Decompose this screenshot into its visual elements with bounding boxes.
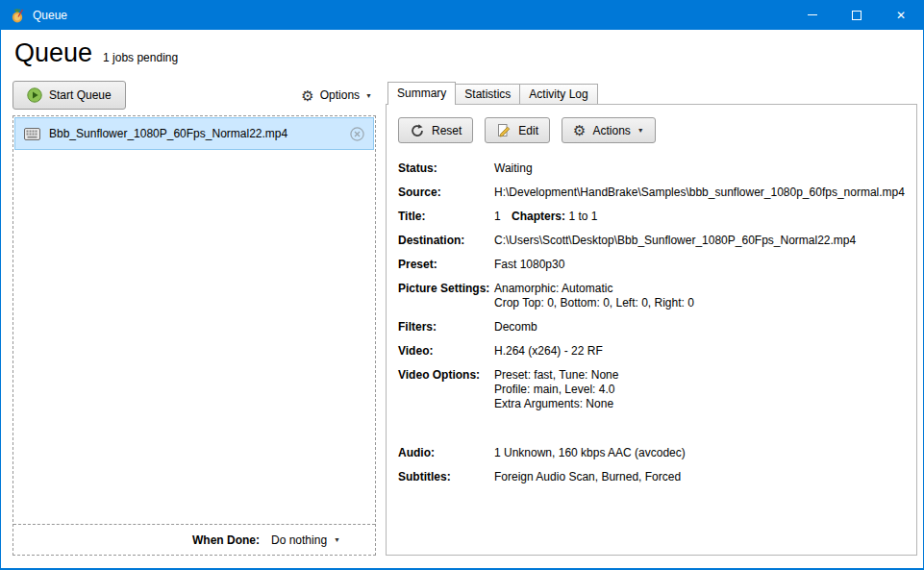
picture-settings-line2: Crop Top: 0, Bottom: 0, Left: 0, Right: … <box>494 296 694 310</box>
window-title: Queue <box>33 9 67 22</box>
title-label: Title: <box>398 210 494 224</box>
video-options-label: Video Options: <box>398 368 494 411</box>
destination-label: Destination: <box>398 234 494 248</box>
subtitles-value: Foreign Audio Scan, Burned, Forced <box>494 470 681 484</box>
summary-details: Status: Waiting Source: H:\Development\H… <box>398 161 905 484</box>
source-value: H:\Development\HandBrake\Samples\bbb_sun… <box>494 186 905 200</box>
chapters-label: Chapters: <box>512 210 565 223</box>
edit-button[interactable]: Edit <box>485 117 550 143</box>
summary-row-video-options: Video Options: Preset: fast, Tune: None … <box>398 368 905 411</box>
filters-value: Decomb <box>494 320 537 335</box>
video-label: Video: <box>398 344 494 359</box>
page-header: Queue 1 jobs pending <box>12 38 912 68</box>
chapters-value: 1 to 1 <box>568 210 597 223</box>
edit-label: Edit <box>518 124 538 137</box>
queue-item-filename: Bbb_Sunflower_1080P_60Fps_Normal22.mp4 <box>49 127 287 140</box>
video-options-line2: Profile: main, Level: 4.0 <box>494 383 618 397</box>
content-area: Queue 1 jobs pending Start Queue <box>1 30 923 568</box>
tab-activity-log[interactable]: Activity Log <box>519 84 597 104</box>
status-label: Status: <box>398 161 494 176</box>
video-value: H.264 (x264) - 22 RF <box>494 344 603 359</box>
play-icon <box>27 87 42 103</box>
audio-label: Audio: <box>398 446 494 460</box>
start-queue-label: Start Queue <box>49 88 112 102</box>
chevron-down-icon: ▼ <box>334 536 340 543</box>
summary-row-source: Source: H:\Development\HandBrake\Samples… <box>398 186 905 200</box>
actions-label: Actions <box>593 124 631 137</box>
jobs-pending-label: 1 jobs pending <box>103 51 178 64</box>
summary-toolbar: Reset Edit ⚙ <box>398 117 905 143</box>
status-value: Waiting <box>494 161 533 176</box>
reset-label: Reset <box>432 124 462 137</box>
title-value: 1 Chapters: 1 to 1 <box>494 210 597 224</box>
actions-button[interactable]: ⚙ Actions ▼ <box>562 117 656 143</box>
options-button[interactable]: ⚙ Options ▼ <box>297 88 376 103</box>
summary-row-subtitles: Subtitles: Foreign Audio Scan, Burned, F… <box>398 470 905 484</box>
title-number: 1 <box>494 210 501 223</box>
chevron-down-icon: ▼ <box>365 92 372 99</box>
destination-value: C:\Users\Scott\Desktop\Bbb_Sunflower_108… <box>494 234 856 248</box>
when-done-label: When Done: <box>192 533 260 547</box>
queue-list: Bbb_Sunflower_1080P_60Fps_Normal22.mp4 <box>13 116 375 524</box>
summary-row-video: Video: H.264 (x264) - 22 RF <box>398 344 905 359</box>
summary-row-status: Status: Waiting <box>398 161 905 176</box>
video-file-icon <box>24 128 40 140</box>
queue-list-box: Bbb_Sunflower_1080P_60Fps_Normal22.mp4 W… <box>12 115 376 556</box>
queue-toolbar: Start Queue ⚙ Options ▼ <box>12 81 376 110</box>
summary-row-picture-settings: Picture Settings: Anamorphic: Automatic … <box>398 282 905 310</box>
summary-row-filters: Filters: Decomb <box>398 320 905 335</box>
preset-value: Fast 1080p30 <box>494 258 564 272</box>
page-title: Queue <box>14 38 92 68</box>
tab-summary[interactable]: Summary <box>387 82 456 105</box>
chevron-down-icon: ▼ <box>637 127 644 134</box>
titlebar: Queue ✕ <box>1 0 923 30</box>
when-done-row: When Done: Do nothing ▼ <box>13 524 375 555</box>
summary-row-destination: Destination: C:\Users\Scott\Desktop\Bbb_… <box>398 234 905 248</box>
tab-statistics[interactable]: Statistics <box>455 84 520 104</box>
when-done-value: Do nothing <box>271 533 327 547</box>
video-options-line3: Extra Arguments: None <box>494 397 618 411</box>
gear-icon: ⚙ <box>573 123 586 137</box>
summary-row-title: Title: 1 Chapters: 1 to 1 <box>398 210 905 224</box>
main-layout: Start Queue ⚙ Options ▼ <box>12 81 912 556</box>
picture-settings-label: Picture Settings: <box>398 282 494 310</box>
when-done-dropdown[interactable]: Do nothing ▼ <box>271 533 340 547</box>
summary-tab-panel: Reset Edit ⚙ <box>386 104 917 556</box>
handbrake-logo-icon <box>10 8 25 23</box>
video-options-line1: Preset: fast, Tune: None <box>494 368 618 383</box>
audio-value: 1 Unknown, 160 kbps AAC (avcodec) <box>494 446 686 460</box>
summary-row-audio: Audio: 1 Unknown, 160 kbps AAC (avcodec) <box>398 446 905 460</box>
window-controls: ✕ <box>790 0 923 30</box>
job-details-panel: Summary Statistics Activity Log <box>386 82 917 556</box>
close-icon: ✕ <box>896 9 906 22</box>
detail-tabs: Summary Statistics Activity Log <box>386 82 917 104</box>
start-queue-button[interactable]: Start Queue <box>12 81 126 110</box>
options-label: Options <box>320 88 360 102</box>
video-options-value: Preset: fast, Tune: None Profile: main, … <box>494 368 618 411</box>
queue-item[interactable]: Bbb_Sunflower_1080P_60Fps_Normal22.mp4 <box>14 117 374 150</box>
queue-window: Queue ✕ Queue 1 jobs pending <box>0 0 924 570</box>
picture-settings-line1: Anamorphic: Automatic <box>494 282 694 296</box>
maximize-icon <box>852 11 862 20</box>
preset-label: Preset: <box>398 258 494 272</box>
reset-button[interactable]: Reset <box>398 117 473 143</box>
source-label: Source: <box>398 186 494 200</box>
picture-settings-value: Anamorphic: Automatic Crop Top: 0, Botto… <box>494 282 694 310</box>
maximize-button[interactable] <box>835 0 879 30</box>
minimize-button[interactable] <box>790 0 835 30</box>
minimize-icon <box>808 14 817 15</box>
remove-job-button[interactable] <box>350 127 364 141</box>
gear-icon: ⚙ <box>301 88 313 103</box>
filters-label: Filters: <box>398 320 494 335</box>
close-button[interactable]: ✕ <box>879 0 923 30</box>
subtitles-label: Subtitles: <box>398 470 494 484</box>
summary-row-preset: Preset: Fast 1080p30 <box>398 258 905 272</box>
queue-left-panel: Start Queue ⚙ Options ▼ <box>12 81 376 556</box>
refresh-icon <box>410 123 425 138</box>
edit-pencil-icon <box>496 123 512 138</box>
